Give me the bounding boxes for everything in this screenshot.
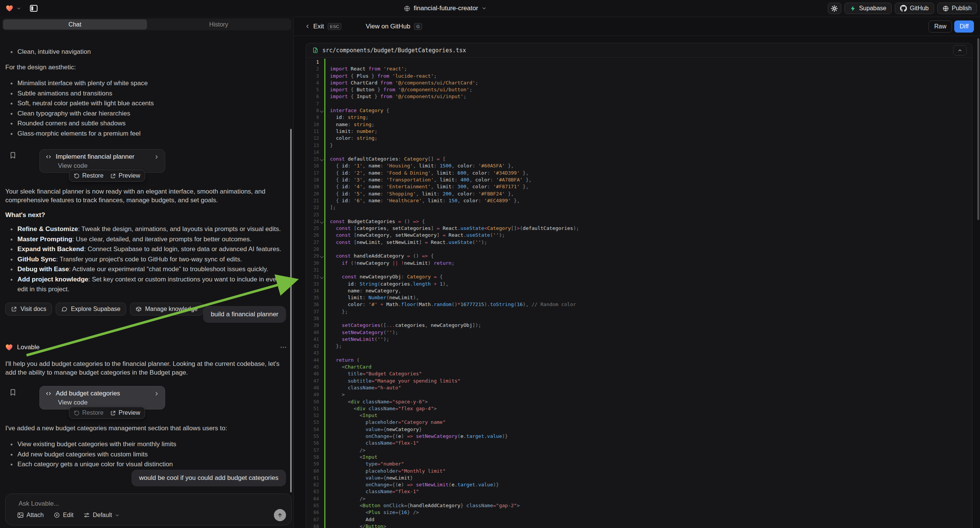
- code-line: 36 color: '#' + Math.floor(Math.random()…: [306, 301, 972, 308]
- file-diff-card: src/components/budget/BudgetCategories.t…: [306, 43, 972, 528]
- publish-button[interactable]: Publish: [937, 3, 977, 14]
- visit-docs-button[interactable]: Visit docs: [5, 303, 52, 315]
- code-line: 23: [306, 212, 972, 218]
- chat-scrollbar[interactable]: [290, 129, 292, 492]
- code-line: 54 value={newCategory}: [306, 426, 972, 433]
- restore-button[interactable]: Restore: [74, 409, 103, 416]
- chat-history-tabs: Chat History: [2, 19, 291, 30]
- settings-button[interactable]: [828, 3, 842, 14]
- code-line: 61 value={newLimit}: [306, 475, 972, 482]
- supabase-button[interactable]: Supabase: [845, 3, 892, 14]
- code-line: 45 <ChartCard: [306, 364, 972, 371]
- code-line: 47 subtitle="Manage your spending limits…: [306, 378, 972, 385]
- external-link-icon: [110, 410, 116, 416]
- code-line: 8interface Category {: [306, 107, 972, 114]
- lovable-heart-icon: [5, 343, 13, 351]
- code-line: 19 { id: '4', name: 'Entertainment', lim…: [306, 183, 972, 190]
- view-code-link[interactable]: View code: [58, 399, 159, 406]
- raw-toggle-button[interactable]: Raw: [929, 21, 952, 33]
- send-button[interactable]: [274, 509, 286, 521]
- project-name: financial-future-creator: [414, 5, 478, 12]
- view-code-link[interactable]: View code: [58, 162, 159, 170]
- package-icon: [135, 306, 142, 312]
- list-item: Each category gets a unique color for vi…: [5, 460, 288, 470]
- design-bullet-list: Minimalist interface with plenty of whit…: [5, 78, 288, 138]
- explore-supabase-button[interactable]: Explore Supabase: [56, 303, 126, 315]
- chevron-down-icon: [115, 513, 120, 518]
- code-scrollbar[interactable]: [977, 38, 979, 220]
- more-options-icon[interactable]: [280, 344, 287, 351]
- attach-button[interactable]: Attach: [17, 512, 44, 518]
- list-item: Master Prompting: Use clear, detailed, a…: [5, 234, 288, 245]
- preview-button[interactable]: Preview: [110, 409, 140, 416]
- list-item: Glass-morphic elements for a premium fee…: [5, 129, 288, 139]
- code-line: 10 name: string;: [306, 121, 972, 128]
- tab-history[interactable]: History: [147, 19, 291, 30]
- restore-preview-toolbar: Restore Preview: [69, 407, 145, 419]
- restore-button[interactable]: Restore: [74, 172, 103, 179]
- code-line: 37 };: [306, 308, 972, 315]
- code-line: 20 { id: '5', name: 'Shopping', limit: 2…: [306, 191, 972, 197]
- code-line: 18 { id: '3', name: 'Transportation', li…: [306, 177, 972, 183]
- code-editor[interactable]: 12import React from 'react';3import { Pl…: [306, 57, 972, 528]
- design-aesthetic-intro: For the design aesthetic:: [5, 63, 288, 72]
- file-path-row[interactable]: src/components/budget/BudgetCategories.t…: [306, 43, 972, 57]
- whats-next-list: Refine & Customize: Tweak the design, an…: [5, 224, 288, 295]
- code-line: 49 >: [306, 391, 972, 398]
- code-line: 53 placeholder="Category name": [306, 419, 972, 426]
- list-item: GitHub Sync: Transfer your project's cod…: [5, 254, 288, 265]
- code-line: 3import { Plus } from 'lucide-react';: [306, 73, 972, 80]
- exit-button[interactable]: Exit: [305, 23, 324, 30]
- chevron-down-icon[interactable]: [16, 6, 21, 11]
- external-link-icon: [110, 173, 116, 179]
- code-line: 12 color: string;: [306, 135, 972, 142]
- code-line: 66 <Plus size={16} />: [306, 509, 972, 516]
- list-item: Subtle animations and transitions: [5, 89, 288, 99]
- project-switcher[interactable]: financial-future-creator: [404, 0, 487, 17]
- code-line: 56 className="flex-1": [306, 440, 972, 447]
- code-line: 38: [306, 315, 972, 322]
- view-on-github-button[interactable]: View on GitHub: [366, 23, 410, 30]
- restore-preview-toolbar: Restore Preview: [69, 170, 145, 182]
- github-button[interactable]: GitHub: [895, 3, 934, 14]
- code-line: 35 limit: Number(newLimit),: [306, 294, 972, 301]
- code-line: 51 <div className="flex gap-4">: [306, 405, 972, 412]
- code-line: 14: [306, 149, 972, 156]
- model-selector[interactable]: Default: [83, 512, 120, 518]
- chevron-left-icon: [305, 24, 310, 29]
- version-card-title: Implement financial planner: [56, 153, 150, 161]
- target-icon: [53, 512, 60, 518]
- code-line: 26 const [newCategory, setNewCategory] =…: [306, 232, 972, 239]
- code-line: 21 { id: '6', name: 'Healthcare', limit:…: [306, 197, 972, 204]
- version-card-add-budget-categories[interactable]: Add budget categories View code: [40, 386, 165, 409]
- planner-ready-paragraph: Your sleek financial planner is now read…: [5, 187, 284, 205]
- fold-chevron-icon: [319, 107, 324, 114]
- list-item: Add project knowledge: Set key context o…: [5, 275, 288, 295]
- gear-icon: [831, 5, 838, 12]
- code-line: 67 Add: [306, 516, 972, 523]
- tab-chat[interactable]: Chat: [3, 19, 147, 30]
- code-icon: [45, 390, 52, 397]
- version-card-implement-financial-planner[interactable]: Implement financial planner View code: [40, 149, 165, 173]
- file-added-icon: [312, 47, 318, 53]
- code-icon: [45, 153, 52, 160]
- manage-knowledge-button[interactable]: Manage knowledge: [130, 303, 204, 315]
- esc-kbd-badge: ESC: [328, 23, 341, 30]
- arrow-up-icon: [277, 512, 283, 518]
- code-line: 50 <div className="space-y-6">: [306, 398, 972, 405]
- list-item: Refine & Customize: Tweak the design, an…: [5, 224, 288, 234]
- external-link-icon: [11, 306, 17, 312]
- code-line: 63 className="flex-1": [306, 488, 972, 495]
- preview-button[interactable]: Preview: [110, 172, 140, 179]
- chevron-right-icon: [154, 391, 159, 396]
- lovable-heart-logo[interactable]: [5, 4, 14, 13]
- diff-toggle-button[interactable]: Diff: [954, 21, 974, 33]
- panel-toggle-icon[interactable]: [29, 4, 38, 13]
- bookmark-icon[interactable]: [9, 151, 17, 159]
- collapse-file-button[interactable]: [953, 45, 967, 56]
- list-item: Clean typography with clear hierarchies: [5, 109, 288, 119]
- edit-mode-button[interactable]: Edit: [53, 512, 73, 518]
- list-item: Expand with Backend: Connect Supabase to…: [5, 244, 288, 254]
- chat-composer[interactable]: Ask Lovable... Attach Edit Default: [5, 493, 292, 525]
- bookmark-icon[interactable]: [9, 389, 17, 396]
